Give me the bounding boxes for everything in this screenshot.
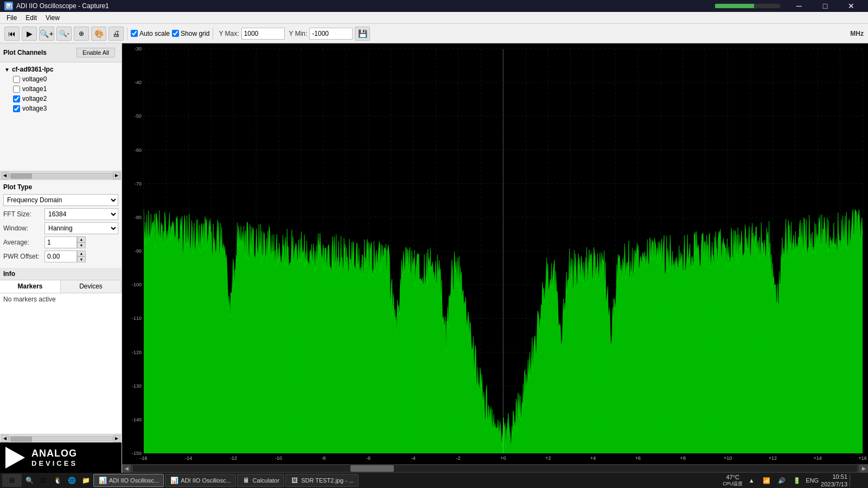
start-button[interactable]: ⊞ [2, 474, 22, 487]
info-hscroll-right[interactable]: ▶ [113, 435, 120, 442]
spectrum-canvas[interactable] [122, 43, 868, 464]
cpu-temp: 47°C CPU温度 [723, 474, 743, 487]
taskbar-pin2-icon[interactable]: 🌐 [65, 474, 78, 487]
average-down[interactable]: ▼ [77, 242, 86, 248]
title-bar: 📊 ADI IIO Oscilloscope - Capture1 ─ □ ✕ [0, 0, 868, 12]
hscroll-left[interactable]: ◀ [1, 172, 9, 179]
pwr-offset-input[interactable] [44, 251, 77, 262]
menu-view[interactable]: View [41, 13, 64, 23]
average-input[interactable] [44, 236, 77, 248]
hscroll-right[interactable]: ▶ [113, 172, 120, 179]
close-button[interactable]: ✕ [839, 0, 864, 12]
fft-size-label: FFT Size: [3, 210, 41, 218]
taskbar: ⊞ 🔍 ⊡ 🐧 🌐 📁 📊 ADI IIO Oscillosc... 📊 ADI… [0, 473, 868, 488]
cpu-temp-value: 47°C [726, 474, 739, 480]
time-value: 10:51 [821, 473, 847, 480]
pwr-offset-label: PWR Offset: [3, 253, 41, 260]
pwr-offset-spin-arrows: ▲ ▼ [77, 251, 86, 262]
chart-hscroll-right[interactable]: ▶ [859, 464, 868, 473]
plot-channels-title: Plot Channels [3, 49, 47, 56]
taskbar-app-3[interactable]: 🖩 Calculator [237, 474, 285, 487]
taskbar-app4-icon: 🖼 [290, 476, 299, 485]
logo-area: ANALOG DEVICES [0, 442, 122, 473]
minimize-button[interactable]: ─ [787, 0, 812, 12]
channel-voltage2-checkbox[interactable] [13, 95, 20, 102]
channel-voltage1: voltage1 [4, 84, 117, 94]
info-hscroll-track [9, 436, 113, 441]
left-panel: Plot Channels Enable All ▼ cf-ad9361-lpc… [0, 43, 122, 473]
y-max-input[interactable] [241, 28, 285, 40]
tray-battery-icon[interactable]: 🔋 [790, 474, 803, 487]
info-tabs: Markers Devices [0, 280, 122, 293]
chart-hscroll-thumb[interactable] [350, 465, 394, 472]
pwr-offset-spin: ▲ ▼ [44, 251, 86, 262]
chart-hscroll[interactable]: ◀ ▶ [122, 464, 868, 473]
zoom-fit-button[interactable]: ⊕ [74, 27, 89, 41]
taskbar-time[interactable]: 10:51 2023/7/13 [821, 473, 847, 488]
show-desktop-button[interactable] [850, 474, 863, 487]
pwr-offset-down[interactable]: ▼ [77, 256, 86, 262]
taskbar-app-4[interactable]: 🖼 SDR TEST2.jpg - ... [285, 474, 359, 487]
hscroll-thumb[interactable] [10, 174, 32, 179]
zoom-out-button[interactable]: 🔍- [56, 27, 72, 41]
taskbar-pin1-icon[interactable]: 🐧 [51, 474, 64, 487]
fft-size-select[interactable]: 16384 8192 4096 [44, 208, 118, 220]
logo-triangle-icon [5, 447, 25, 468]
menu-file[interactable]: File [2, 13, 21, 23]
window-select[interactable]: Hanning Hamming Blackman None [44, 222, 118, 234]
toolbar-sep2 [213, 28, 213, 40]
auto-scale-checkbox[interactable]: Auto scale [131, 30, 170, 37]
tab-markers[interactable]: Markers [0, 280, 61, 293]
show-grid-checkbox[interactable]: Show grid [172, 30, 209, 37]
tray-lang: ENG [806, 477, 819, 484]
zoom-in-button[interactable]: 🔍+ [39, 27, 54, 41]
info-hscroll-left[interactable]: ◀ [1, 435, 9, 442]
window-label: Window: [3, 224, 41, 232]
taskbar-app3-icon: 🖩 [242, 476, 251, 485]
channel-voltage2-label: voltage2 [22, 95, 47, 102]
maximize-button[interactable]: □ [813, 0, 838, 12]
channel-voltage1-checkbox[interactable] [13, 86, 20, 93]
chart-hscroll-left[interactable]: ◀ [122, 464, 131, 473]
enable-all-button[interactable]: Enable All [76, 48, 115, 57]
titlebar-controls: ─ □ ✕ [787, 0, 864, 12]
average-up[interactable]: ▲ [77, 236, 86, 242]
menu-edit[interactable]: Edit [21, 13, 41, 23]
print-button[interactable]: 🖨 [108, 27, 124, 41]
save-chart-button[interactable]: 💾 [355, 27, 370, 41]
date-value: 2023/7/13 [821, 480, 847, 488]
taskbar-app2-label: ADI IIO Oscillosc... [181, 477, 231, 484]
device-group[interactable]: ▼ cf-ad9361-lpc [4, 65, 117, 74]
taskbar-app-2[interactable]: 📊 ADI IIO Oscillosc... [165, 474, 235, 487]
chart-canvas-wrapper [122, 43, 868, 464]
info-hscroll-thumb[interactable] [10, 436, 32, 442]
device-group-label: cf-ad9361-lpc [12, 66, 54, 73]
plot-type-select[interactable]: Frequency Domain Time Domain [3, 194, 118, 206]
toolbar: ⏮ ▶ 🔍+ 🔍- ⊕ 🎨 🖨 Auto scale Show grid Y M… [0, 24, 868, 43]
tray-up-arrow[interactable]: ▲ [745, 474, 758, 487]
tray-network-icon[interactable]: 📶 [760, 474, 773, 487]
pwr-offset-up[interactable]: ▲ [77, 251, 86, 256]
taskbar-pin3-icon[interactable]: 📁 [79, 474, 92, 487]
channel-voltage0-checkbox[interactable] [13, 76, 20, 83]
no-markers-text: No markers active [3, 296, 56, 303]
tray-volume-icon[interactable]: 🔊 [775, 474, 788, 487]
cpu-temp-label: CPU温度 [723, 480, 743, 487]
channel-voltage2: voltage2 [4, 94, 117, 104]
play-button[interactable]: ▶ [22, 27, 37, 41]
taskbar-task-icon[interactable]: ⊡ [37, 474, 50, 487]
channel-voltage3-checkbox[interactable] [13, 105, 20, 112]
skip-back-button[interactable]: ⏮ [4, 27, 20, 41]
y-min-input[interactable] [309, 28, 353, 40]
tab-devices[interactable]: Devices [61, 280, 122, 293]
logo-text: ANALOG DEVICES [31, 448, 78, 467]
logo-analog: ANALOG [31, 448, 78, 459]
color-button[interactable]: 🎨 [91, 27, 106, 41]
hscroll-track [9, 173, 113, 178]
average-spin-arrows: ▲ ▼ [77, 236, 86, 248]
info-section: Info Markers Devices No markers active ◀… [0, 268, 122, 442]
taskbar-app-1[interactable]: 📊 ADI IIO Oscillosc... [93, 474, 164, 487]
channels-hscroll[interactable]: ◀ ▶ [0, 171, 122, 179]
taskbar-search-icon[interactable]: 🔍 [23, 474, 36, 487]
info-hscroll[interactable]: ◀ ▶ [0, 434, 122, 442]
